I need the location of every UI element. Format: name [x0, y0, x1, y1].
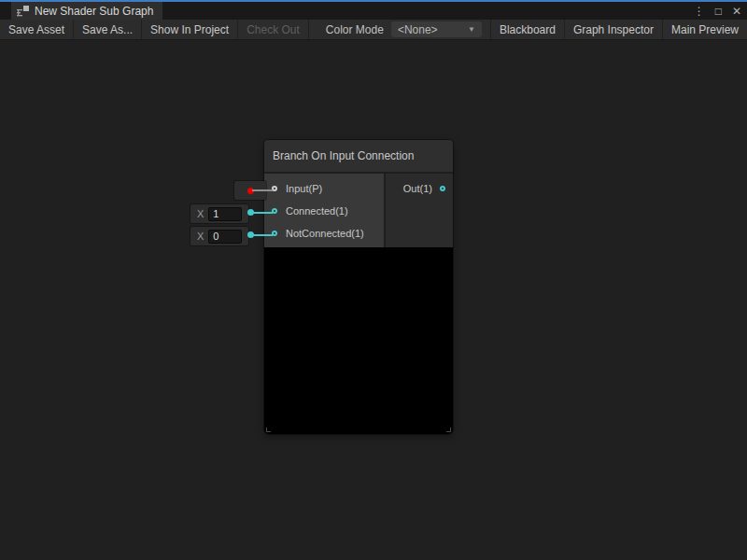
- color-mode-label: Color Mode: [326, 23, 384, 36]
- notconnected-value-field[interactable]: [208, 230, 242, 244]
- edge-connected: [252, 212, 273, 214]
- port-label: Connected(1): [286, 205, 348, 217]
- port-row-connected: Connected(1): [264, 200, 384, 222]
- subgraph-icon: [17, 5, 29, 17]
- connected-value-field[interactable]: [208, 207, 242, 221]
- port-label: Out(1): [403, 183, 432, 194]
- port-row-notconnected: NotConnected(1): [264, 222, 384, 245]
- x-component-label: X: [197, 231, 204, 242]
- node-title: Branch On Input Connection: [273, 149, 414, 162]
- port-row-input-p: Input(P): [264, 177, 384, 200]
- node-preview: [264, 247, 453, 434]
- tab-new-shader-sub-graph[interactable]: New Shader Sub Graph: [11, 2, 162, 20]
- edge-notconnected: [252, 234, 273, 236]
- port-label: NotConnected(1): [286, 228, 364, 239]
- port-label: Input(P): [286, 183, 322, 194]
- connected-value-widget: X: [190, 204, 248, 223]
- close-icon[interactable]: ✕: [732, 6, 741, 17]
- chevron-down-icon: ▼: [468, 25, 475, 34]
- x-component-label: X: [197, 208, 204, 219]
- toolbar-spacer: [309, 20, 326, 39]
- graph-canvas[interactable]: Branch On Input Connection Input(P) Conn…: [0, 40, 747, 559]
- out-port[interactable]: [440, 186, 445, 191]
- maximize-icon[interactable]: □: [715, 6, 722, 17]
- check-out-button: Check Out: [238, 20, 309, 39]
- node-branch-on-input-connection[interactable]: Branch On Input Connection Input(P) Conn…: [264, 140, 453, 434]
- toolbar: Save Asset Save As... Show In Project Ch…: [0, 20, 747, 40]
- graph-inspector-toggle-button[interactable]: Graph Inspector: [564, 20, 662, 39]
- tab-title: New Shader Sub Graph: [35, 5, 153, 18]
- show-in-project-button[interactable]: Show In Project: [142, 20, 238, 39]
- main-preview-toggle-button[interactable]: Main Preview: [662, 20, 747, 39]
- save-as-button[interactable]: Save As...: [74, 20, 142, 39]
- notconnected-value-widget: X: [190, 227, 248, 245]
- node-body: Input(P) Connected(1) NotConnected(1) Ou…: [264, 174, 453, 247]
- resize-grip-right-icon[interactable]: [446, 427, 451, 432]
- node-output-section: Out(1): [386, 174, 453, 247]
- node-header[interactable]: Branch On Input Connection: [264, 140, 453, 174]
- blackboard-toggle-button[interactable]: Blackboard: [490, 20, 564, 39]
- color-mode-group: Color Mode <None> ▼: [326, 20, 490, 39]
- save-asset-button[interactable]: Save Asset: [0, 20, 74, 39]
- window-menu-icon[interactable]: ⋮: [694, 6, 705, 17]
- color-mode-dropdown[interactable]: <None> ▼: [391, 21, 482, 37]
- port-row-out: Out(1): [386, 177, 453, 200]
- titlebar: New Shader Sub Graph ⋮ □ ✕: [0, 2, 747, 20]
- node-input-section: Input(P) Connected(1) NotConnected(1): [264, 174, 386, 247]
- color-mode-value: <None>: [398, 23, 438, 36]
- edge-input-p: [252, 189, 273, 191]
- resize-grip-left-icon[interactable]: [266, 427, 271, 432]
